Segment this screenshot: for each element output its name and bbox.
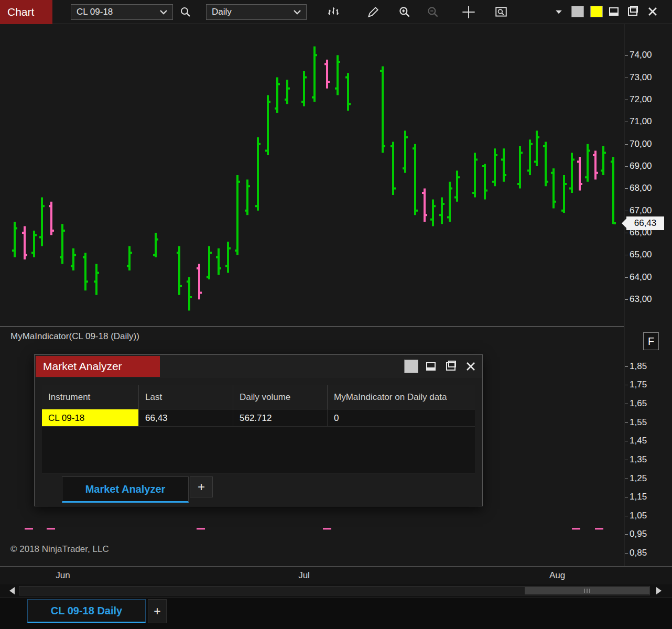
price-axis-label: 67,00 [630, 205, 652, 216]
tab-cl-09-18-daily[interactable]: CL 09-18 Daily [27, 599, 146, 623]
cell-instrument[interactable]: CL 09-18 [42, 409, 139, 426]
ohlc-bar [39, 197, 45, 246]
instrument-selector[interactable]: CL 09-18 [71, 4, 173, 20]
ohlc-bar [22, 226, 27, 259]
ohlc-bar [71, 248, 76, 270]
ohlc-bar [285, 80, 290, 104]
ohlc-bar [345, 73, 351, 111]
crosshair-icon [461, 5, 476, 19]
indicator-axis-label: 1,05 [630, 510, 647, 522]
instrument-link-box[interactable] [571, 6, 584, 17]
month-label: Jun [56, 570, 70, 581]
drawing-tools-button[interactable] [366, 5, 381, 19]
market-analyzer-tab[interactable]: Market Analyzer [62, 476, 189, 503]
interval-selector[interactable]: Daily [206, 4, 307, 20]
zoom-out-button[interactable] [426, 5, 440, 19]
time-axis[interactable]: JunJulAug [0, 566, 672, 584]
column-header-daily-volume[interactable]: Daily volume [233, 385, 328, 409]
ohlc-bar [12, 222, 17, 257]
ohlc-bar [49, 202, 54, 235]
ohlc-bar [324, 60, 330, 89]
ohlc-bar [422, 188, 427, 222]
scrollbar-thumb[interactable] [525, 587, 649, 594]
zoom-in-button[interactable] [397, 5, 412, 19]
data-box-icon [494, 5, 508, 19]
window-title: Chart [0, 0, 52, 24]
minimize-icon [425, 360, 437, 373]
ohlc-bar [391, 142, 396, 196]
ma-add-tab-button[interactable]: + [190, 476, 213, 497]
zoom-in-icon [398, 5, 411, 19]
chevron-down-icon [294, 9, 301, 15]
ohlc-bar [235, 175, 240, 255]
indicator-axis-label: 1,65 [630, 398, 647, 409]
scroll-right-arrow[interactable] [656, 587, 662, 594]
ohlc-bar [216, 248, 221, 275]
chart-style-button[interactable] [326, 5, 341, 19]
market-analyzer-window: Market Analyzer [34, 354, 483, 506]
chevron-down-icon [554, 7, 564, 17]
ohlc-bar [197, 264, 202, 299]
market-analyzer-titlebar[interactable]: Market Analyzer [35, 355, 482, 378]
ohlc-bar [127, 246, 132, 271]
maximize-icon [445, 360, 457, 373]
ohlc-bar [60, 224, 65, 264]
ohlc-bar [430, 200, 436, 226]
ohlc-bar [472, 153, 478, 198]
column-header-instrument[interactable]: Instrument [42, 385, 139, 409]
instrument-value: CL 09-18 [77, 7, 113, 17]
add-tab-button[interactable]: + [148, 599, 167, 623]
ohlc-bar [177, 246, 182, 295]
scrollbar-track[interactable] [19, 586, 650, 595]
month-label: Jul [298, 570, 310, 581]
ohlc-bar [153, 233, 158, 257]
indicator-axis-label: 0,95 [630, 528, 647, 540]
ohlc-bar [577, 157, 582, 191]
ohlc-bar [454, 171, 460, 202]
price-axis-label: 69,00 [630, 160, 652, 172]
price-chart-panel[interactable] [0, 24, 624, 326]
price-axis-label: 72,00 [630, 94, 652, 105]
chart-window: Chart CL 09-18 Daily [0, 0, 672, 629]
ma-maximize-button[interactable] [443, 360, 458, 373]
ma-minimize-button[interactable] [424, 360, 438, 373]
more-options-button[interactable] [551, 5, 566, 19]
ma-close-button[interactable] [463, 360, 478, 373]
ohlc-bar [601, 146, 606, 175]
ma-link-box[interactable] [404, 360, 418, 373]
ohlc-bar [543, 142, 548, 187]
interval-link-box[interactable] [590, 6, 603, 17]
column-header-last[interactable]: Last [139, 385, 233, 409]
price-bars [0, 24, 624, 326]
instrument-search-button[interactable] [178, 5, 193, 19]
table-row[interactable]: CL 09-18 66,43 562.712 0 [42, 409, 475, 427]
market-analyzer-title: Market Analyzer [36, 356, 160, 377]
maximize-button[interactable] [626, 5, 640, 18]
ohlc-bar [611, 157, 616, 224]
draw-icon [366, 5, 380, 19]
data-box-button[interactable] [494, 5, 508, 19]
search-icon [179, 6, 192, 18]
ohlc-bar [83, 253, 88, 290]
crosshair-button[interactable] [461, 5, 476, 19]
panel-separator[interactable] [0, 326, 672, 327]
price-axis[interactable]: 74,0073,0072,0071,0070,0069,0068,0067,00… [624, 24, 672, 566]
month-label: Aug [549, 570, 565, 581]
ohlc-bar [527, 139, 533, 175]
ohlc-bar [31, 231, 37, 257]
column-header-indicator[interactable]: MyMaIndicator on Daily data [328, 385, 475, 409]
fixed-scale-button[interactable]: F [643, 332, 659, 350]
indicator-label: MyMaIndicator(CL 09-18 (Daily)) [10, 331, 139, 342]
ohlc-bar [225, 242, 231, 273]
cell-last: 66,43 [139, 409, 233, 426]
ohlc-bar [265, 95, 270, 155]
close-button[interactable] [646, 5, 659, 18]
minimize-button[interactable] [607, 5, 621, 18]
indicator-axis-label: 1,45 [630, 435, 647, 447]
scroll-left-arrow[interactable] [9, 587, 15, 594]
ohlc-bar [561, 175, 567, 213]
market-analyzer-table: Instrument Last Daily volume MyMaIndicat… [42, 385, 475, 473]
minimize-icon [608, 5, 620, 18]
ohlc-bar [492, 148, 497, 186]
ohlc-bar [534, 131, 539, 166]
